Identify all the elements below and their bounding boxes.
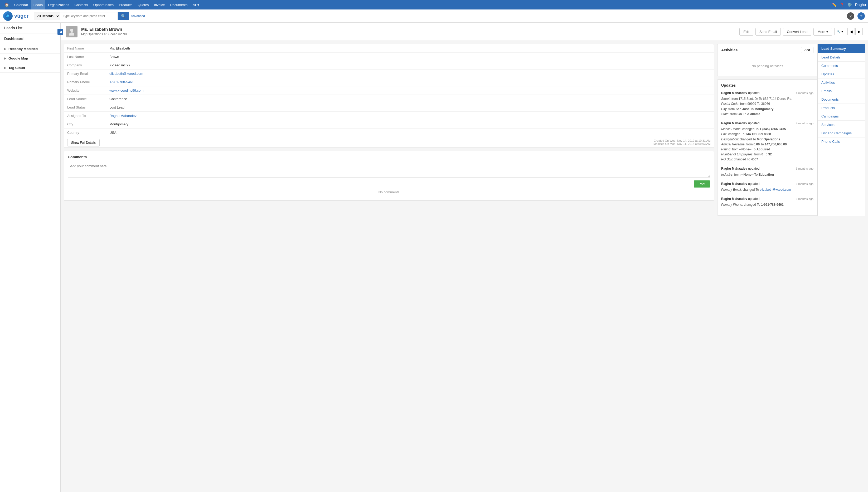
tag-cloud-toggle[interactable]: ▶ Tag Cloud: [0, 63, 61, 72]
right-nav-phone-calls[interactable]: Phone Calls: [818, 138, 865, 146]
all-nav-item[interactable]: All ▾: [190, 0, 202, 9]
left-panel: First Name Ms. Elizabeth Last Name Brown…: [64, 44, 714, 216]
right-nav-lead-details[interactable]: Lead Details: [818, 53, 865, 62]
field-value: Conference: [106, 95, 714, 103]
update-header-2: Raghu Mahaadev updated 4 months ago: [721, 121, 814, 126]
svg-point-3: [70, 29, 73, 32]
products-nav-item[interactable]: Products: [116, 0, 135, 9]
email-link[interactable]: elizabeth@xceed.com: [110, 72, 143, 76]
post-comment-button[interactable]: Post: [694, 180, 710, 188]
help-icon[interactable]: ❓: [840, 3, 844, 7]
update-text-1: Street: from 1715 Scott Dr To 652-7114 D…: [721, 96, 814, 117]
comment-actions: Post: [68, 180, 710, 188]
lead-details-table: First Name Ms. Elizabeth Last Name Brown…: [64, 44, 714, 137]
field-label: Company: [64, 61, 106, 70]
field-label: Primary Phone: [64, 78, 106, 87]
tool-icon-button[interactable]: 🔧 ▾: [834, 28, 845, 35]
google-map-arrow: ▶: [4, 57, 6, 60]
email-update-link[interactable]: elizabeth@xceed.com: [760, 188, 791, 192]
right-panel: Activities Add No pending activities Upd…: [717, 44, 817, 216]
assigned-to-link[interactable]: Raghu Mahaadev: [110, 114, 137, 118]
website-link[interactable]: www.x-ceedinc99.com: [110, 89, 143, 93]
lead-subtitle: Mgr Operations at X-ceed inc 99: [81, 32, 127, 36]
add-button[interactable]: +: [858, 13, 865, 20]
update-user-1: Raghu Mahaadev updated: [721, 91, 759, 96]
search-button[interactable]: 🔍: [118, 12, 128, 20]
search-scope-select[interactable]: All Records: [34, 12, 60, 20]
calendar-nav-item[interactable]: Calendar: [11, 0, 31, 9]
google-map-toggle[interactable]: ▶ Google Map: [0, 54, 61, 63]
leads-list-header[interactable]: Leads List: [0, 23, 61, 33]
lead-name: Ms. Elizabeth Brown: [81, 27, 127, 32]
show-full-details-button[interactable]: Show Full Details: [67, 139, 100, 146]
search-bar: vtiger All Records 🔍 Advanced ? +: [0, 9, 868, 23]
home-nav-item[interactable]: 🏠: [2, 0, 11, 9]
search-bar-right-icons: ? +: [847, 13, 865, 20]
right-nav-emails[interactable]: Emails: [818, 87, 865, 95]
update-entry-2: Raghu Mahaadev updated 4 months ago Mobi…: [721, 121, 814, 162]
update-user-5: Raghu Mahaadev updated: [721, 196, 759, 201]
phone-link[interactable]: 1-961-788-5461: [110, 80, 134, 84]
main-grid: First Name Ms. Elizabeth Last Name Brown…: [61, 41, 868, 219]
more-button[interactable]: More ▾: [814, 28, 832, 35]
update-time-5: 6 months ago: [796, 197, 814, 201]
add-activity-button[interactable]: Add: [801, 47, 814, 53]
opportunities-nav-item[interactable]: Opportunities: [91, 0, 116, 9]
right-nav-activities[interactable]: Activities: [818, 78, 865, 87]
no-comments-label: No comments: [68, 188, 710, 197]
table-row: Primary Email elizabeth@xceed.com: [64, 70, 714, 78]
activities-card: Activities Add No pending activities: [717, 44, 817, 76]
field-value: USA: [106, 128, 714, 137]
right-nav-campaigns[interactable]: Campaigns: [818, 112, 865, 121]
update-header-1: Raghu Mahaadev updated 4 months ago: [721, 91, 814, 96]
settings-icon[interactable]: ⚙️: [847, 3, 852, 7]
convert-lead-button[interactable]: Convert Lead: [783, 28, 811, 35]
field-value: X-ceed inc 99: [106, 61, 714, 70]
update-text-3: Industry: from --None-- To Education: [721, 172, 814, 177]
quotes-nav-item[interactable]: Quotes: [135, 0, 151, 9]
right-nav-header: Lead Summary: [818, 44, 865, 53]
right-nav-documents[interactable]: Documents: [818, 95, 865, 104]
right-nav-comments[interactable]: Comments: [818, 62, 865, 70]
comment-textarea[interactable]: [68, 162, 710, 177]
leads-nav-item[interactable]: Leads: [31, 0, 45, 9]
prev-record-button[interactable]: ◀: [847, 28, 855, 35]
field-label: First Name: [64, 44, 106, 53]
advanced-search-link[interactable]: Advanced: [131, 14, 145, 18]
send-email-button[interactable]: Send Email: [755, 28, 781, 35]
field-label: Lead Source: [64, 95, 106, 103]
update-header-4: Raghu Mahaadev updated 6 months ago: [721, 181, 814, 187]
edit-button[interactable]: Edit: [740, 28, 753, 35]
search-input[interactable]: [60, 12, 118, 20]
dashboard-header[interactable]: Dashboard: [0, 33, 61, 44]
update-time-3: 6 months ago: [796, 167, 814, 171]
update-text-4: Primary Email: changed To elizabeth@xcee…: [721, 187, 814, 192]
modified-on-label: Modified On Mon, Nov 11, 2013 at 09:03 A…: [67, 142, 711, 145]
update-header-3: Raghu Mahaadev updated 6 months ago: [721, 166, 814, 171]
update-entry-5: Raghu Mahaadev updated 6 months ago Prim…: [721, 196, 814, 207]
contacts-nav-item[interactable]: Contacts: [72, 0, 90, 9]
updates-title: Updates: [721, 83, 814, 88]
google-map-section: ▶ Google Map: [0, 54, 61, 63]
navigation-arrows: ◀ ▶: [847, 28, 863, 35]
tag-cloud-arrow: ▶: [4, 66, 6, 69]
edit-icon[interactable]: ✏️: [832, 3, 837, 7]
invoice-nav-item[interactable]: Invoice: [151, 0, 167, 9]
sidebar-collapse-button[interactable]: ◀: [57, 29, 63, 35]
lead-info: Ms. Elizabeth Brown Mgr Operations at X-…: [81, 27, 127, 36]
organizations-nav-item[interactable]: Organizations: [45, 0, 72, 9]
field-label: Country: [64, 128, 106, 137]
right-nav-services[interactable]: Services: [818, 121, 865, 129]
recently-modified-toggle[interactable]: ▶ Recently Modified: [0, 44, 61, 53]
lead-header-actions: Edit Send Email Convert Lead More ▾ 🔧 ▾ …: [740, 28, 863, 35]
right-nav-products[interactable]: Products: [818, 104, 865, 112]
field-value: elizabeth@xceed.com: [106, 70, 714, 78]
documents-nav-item[interactable]: Documents: [167, 0, 190, 9]
next-record-button[interactable]: ▶: [855, 28, 863, 35]
right-nav-updates[interactable]: Updates: [818, 70, 865, 78]
help-circle-icon[interactable]: ?: [847, 13, 854, 20]
username-label[interactable]: Raghu: [855, 3, 866, 7]
field-value: 1-961-788-5461: [106, 78, 714, 87]
right-nav-list-campaigns[interactable]: List and Campaigns: [818, 129, 865, 138]
table-row: Country USA: [64, 128, 714, 137]
